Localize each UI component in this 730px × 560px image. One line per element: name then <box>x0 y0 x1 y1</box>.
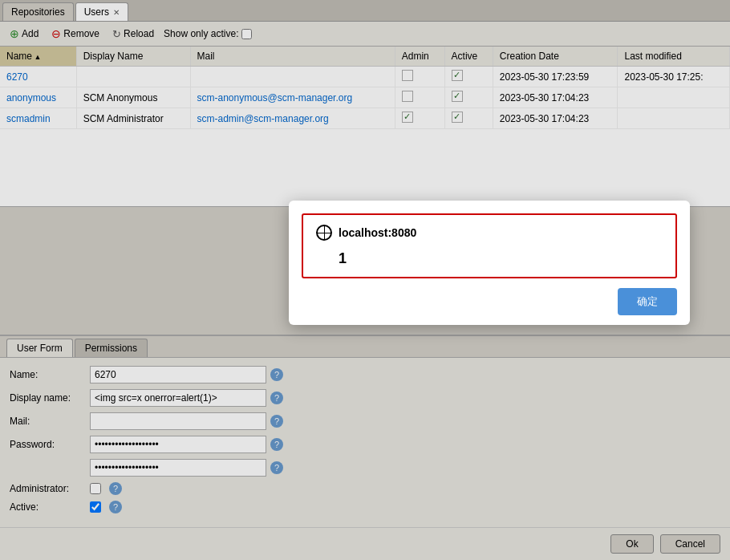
dialog-footer: 确定 <box>289 278 690 325</box>
dialog-overlay: localhost:8080 1 确定 <box>0 0 730 560</box>
dialog-origin-box: localhost:8080 1 <box>302 213 677 278</box>
dialog-origin-row: localhost:8080 <box>316 225 663 241</box>
dialog-confirm-button[interactable]: 确定 <box>618 288 677 315</box>
dialog-origin-text: localhost:8080 <box>339 226 416 239</box>
dialog-number: 1 <box>339 250 663 267</box>
globe-icon <box>316 225 332 241</box>
dialog-box: localhost:8080 1 确定 <box>289 201 690 325</box>
